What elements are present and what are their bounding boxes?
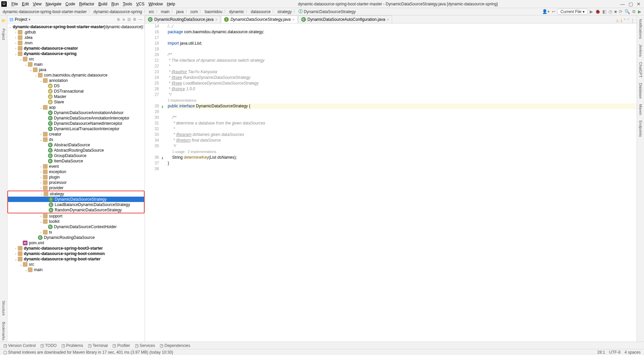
locate-icon[interactable]: ⊚: [117, 17, 120, 22]
tree-item[interactable]: @DS: [7, 83, 145, 89]
bottom-todo[interactable]: ◳ TODO: [40, 343, 57, 348]
tree-item[interactable]: .mvn: [7, 40, 145, 46]
status-info[interactable]: 28:1: [597, 350, 605, 355]
breadcrumb-part[interactable]: dynamic-datasource-spring-boot-starter-m…: [3, 9, 87, 14]
code-body[interactable]: /.../package com.baomidou.dynamic.dataso…: [162, 23, 637, 342]
tree-item[interactable]: support: [7, 213, 145, 219]
tree-item[interactable]: .github: [7, 30, 145, 35]
close-tab-icon[interactable]: ×: [215, 17, 217, 21]
tree-item[interactable]: CDynamicLocalTransactionInterceptor: [7, 126, 145, 132]
menu-tools[interactable]: Tools: [121, 2, 134, 6]
tree-item[interactable]: provider: [7, 185, 145, 191]
close-tab-icon[interactable]: ×: [292, 17, 294, 21]
tree-item[interactable]: event: [7, 164, 145, 169]
tree-item[interactable]: toolkit: [7, 219, 145, 224]
tree-item[interactable]: aop: [7, 105, 145, 110]
tree-item[interactable]: mpom.xml: [7, 240, 145, 246]
project-view-label[interactable]: Project: [15, 17, 27, 22]
more-icon[interactable]: ⋮: [631, 18, 635, 23]
tree-item[interactable]: dynamic-datasource-spring: [7, 51, 145, 56]
tree-item[interactable]: CGroupDataSource: [7, 153, 145, 158]
tool-maven[interactable]: Maven: [639, 103, 643, 116]
tree-item[interactable]: com.baomidou.dynamic.datasource: [7, 72, 145, 78]
maximize-button[interactable]: ▢: [627, 1, 635, 7]
run-arrow-icon[interactable]: ▶: [638, 9, 641, 14]
menu-help[interactable]: Help: [165, 2, 177, 6]
editor-tab[interactable]: CDynamicRoutingDataSource.java×: [145, 15, 220, 23]
tool-notifications[interactable]: Notifications: [639, 17, 643, 40]
close-tab-icon[interactable]: ×: [387, 17, 389, 21]
tree-item[interactable]: IDynamicDataSourceStrategy: [8, 197, 144, 202]
breadcrumb-part[interactable]: baomidou: [205, 9, 222, 14]
project-tree[interactable]: dynamic-datasource-spring-boot-starter-m…: [7, 23, 145, 342]
tree-item[interactable]: CDynamicDataSourceAnnotationInterceptor: [7, 115, 145, 121]
settings-icon[interactable]: ⚙: [632, 9, 636, 14]
tree-item[interactable]: CDynamicDataSourceContextHolder: [7, 224, 145, 230]
tool-chatgpt[interactable]: ChatGPT: [639, 61, 643, 79]
breadcrumb-part[interactable]: main: [161, 9, 170, 14]
collapse-icon[interactable]: ⊟: [127, 17, 131, 22]
tree-item[interactable]: CRandomDynamicDataSourceStrategy: [8, 207, 144, 213]
tree-item[interactable]: CDynamicDatasourceNamedInterceptor: [7, 121, 145, 126]
bottom-profiler[interactable]: ◳ Profiler: [112, 343, 130, 348]
tree-item[interactable]: CLoadBalanceDynamicDataSourceStrategy: [8, 202, 144, 207]
tree-item[interactable]: CItemDataSource: [7, 158, 145, 164]
tree-item[interactable]: main: [7, 267, 145, 272]
debug-button[interactable]: 🐞: [595, 9, 600, 14]
menu-build[interactable]: Build: [96, 2, 109, 6]
bottom-services[interactable]: ◳ Services: [135, 343, 155, 348]
hide-icon[interactable]: —: [139, 17, 143, 22]
status-info[interactable]: 4 spaces: [625, 350, 641, 355]
tool-jenkins[interactable]: Jenkins: [639, 43, 643, 58]
tree-item[interactable]: src: [7, 262, 145, 267]
menu-edit[interactable]: Edit: [20, 2, 31, 6]
user-icon[interactable]: 👤▾: [542, 9, 550, 14]
tool-structure[interactable]: Structure: [2, 299, 6, 317]
tree-item[interactable]: main: [7, 62, 145, 67]
bottom-dependencies[interactable]: ◳ Dependencies: [160, 343, 190, 348]
down-icon[interactable]: ˅: [627, 18, 629, 23]
tree-item[interactable]: java: [7, 67, 145, 72]
tree-item[interactable]: CAbstractRoutingDataSource: [7, 148, 145, 153]
breadcrumb-part[interactable]: dynamic-datasource-spring: [94, 9, 142, 14]
menu-view[interactable]: View: [31, 2, 44, 6]
tree-item[interactable]: dynamic-datasource-spring-boot3-starter: [7, 246, 145, 251]
breadcrumb-part[interactable]: com: [191, 9, 198, 14]
menu-window[interactable]: Window: [147, 2, 165, 6]
tree-item[interactable]: annotation: [7, 78, 145, 83]
breadcrumb-part[interactable]: datasource: [251, 9, 271, 14]
tree-item[interactable]: ds: [7, 137, 145, 142]
editor-tab[interactable]: CDynamicDataSourceAutoConfiguration.java…: [298, 15, 392, 23]
status-info[interactable]: UTF-8: [609, 350, 621, 355]
search-icon[interactable]: 🔍: [625, 9, 630, 14]
breadcrumb-part[interactable]: java: [176, 9, 184, 14]
warning-icon[interactable]: ⚠ 1: [615, 18, 623, 23]
tree-item[interactable]: dynamic-datasource-spring-boot-common: [7, 251, 145, 256]
tree-item[interactable]: dynamic-datasource-spring-boot-starter: [7, 256, 145, 262]
breadcrumb-part[interactable]: strategy: [277, 9, 292, 14]
breadcrumb-part[interactable]: DynamicDataSourceStrategy: [304, 9, 356, 14]
tree-item[interactable]: plugin: [7, 174, 145, 180]
tree-item[interactable]: @DSTransactional: [7, 89, 145, 94]
profile-button[interactable]: ◷: [608, 9, 612, 14]
tree-root[interactable]: dynamic-datasource-spring-boot-starter-m…: [7, 24, 145, 30]
coverage-button[interactable]: ◧: [602, 9, 606, 14]
close-button[interactable]: ✕: [635, 1, 643, 7]
tool-bookmarks[interactable]: Bookmarks: [2, 320, 6, 342]
bottom-terminal[interactable]: ◳ Terminal: [88, 343, 108, 348]
breadcrumb-part[interactable]: src: [149, 9, 154, 14]
tree-item[interactable]: CAbstractDataSource: [7, 142, 145, 148]
tree-item[interactable]: src: [7, 56, 145, 62]
menu-navigate[interactable]: Navigate: [44, 2, 63, 6]
menu-refactor[interactable]: Refactor: [77, 2, 96, 6]
code-editor[interactable]: 1416171819202122232425262728⬇29303132333…: [145, 23, 637, 342]
tree-item[interactable]: tx: [7, 230, 145, 235]
menu-vcs[interactable]: VCS: [134, 2, 147, 6]
run-button[interactable]: ▶: [590, 9, 593, 14]
bottom-problems[interactable]: ◳ Problems: [61, 343, 83, 348]
editor-tab[interactable]: IDynamicDataSourceStrategy.java×: [221, 15, 298, 23]
settings-icon[interactable]: ⚙: [133, 17, 137, 22]
menu-file[interactable]: File: [9, 2, 20, 6]
back-icon[interactable]: ↩: [552, 9, 555, 14]
stop-button[interactable]: ■: [614, 9, 617, 14]
